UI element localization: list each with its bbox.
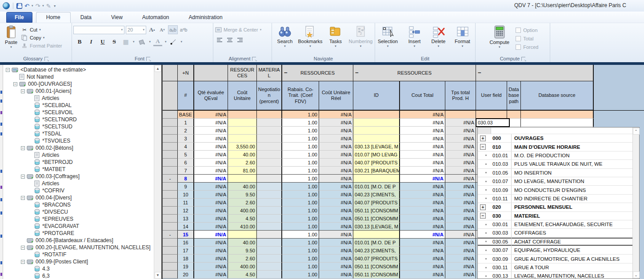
scroll-up-icon[interactable]: ▲	[155, 65, 161, 72]
row-number-cell[interactable]: 15	[178, 231, 194, 239]
rabais-cell[interactable]: 1.00	[282, 255, 319, 263]
qeval-cell[interactable]: #N/A	[194, 119, 228, 127]
cout-unitaire-cell[interactable]: 400.00	[228, 207, 257, 215]
tps-total-cell[interactable]: #N/A	[445, 239, 476, 247]
cout-total-cell[interactable]: #N/A	[400, 231, 445, 239]
row-indicator-cell[interactable]	[163, 111, 178, 119]
collapse-minus-icon[interactable]: −	[478, 143, 491, 151]
expand-plus-icon[interactable]: +	[478, 134, 491, 142]
delete-button[interactable]: Delete▾	[427, 24, 450, 49]
qeval-cell[interactable]: #N/A	[194, 199, 228, 207]
dropdown-item[interactable]: +020PERSONNEL MENSUEL	[478, 203, 632, 211]
cout-unitaire-cell[interactable]: 40.00	[228, 239, 257, 247]
tree-item[interactable]: Articles	[3, 95, 154, 102]
tps-total-cell[interactable]: #N/A	[445, 263, 476, 271]
tree-item[interactable]: −000.99-[Postes Client]	[3, 258, 154, 265]
numbering-button[interactable]: 12 Numbering▾	[348, 24, 373, 49]
cout-total-cell[interactable]: #N/A	[400, 263, 445, 271]
cout-unitaire-reel-cell[interactable]: #N/A	[319, 271, 353, 279]
tree-item[interactable]: −000.02-[Bétons]	[3, 144, 154, 151]
row-number-cell[interactable]: 1	[178, 119, 194, 127]
id-cell[interactable]: 050.11 [CONSOMM	[353, 207, 400, 215]
tree-item[interactable]: *SCELTNORD	[3, 116, 154, 123]
negotiation-cell[interactable]	[257, 207, 282, 215]
rabais-cell[interactable]: 1.00	[282, 143, 319, 151]
rabais-cell[interactable]: 1.00	[282, 111, 319, 119]
tree-item[interactable]: *TSVOILES	[3, 137, 154, 144]
cout-unitaire-reel-cell[interactable]: #N/A	[319, 239, 353, 247]
alignment-dialog-launcher-icon[interactable]	[252, 57, 256, 61]
cout-unitaire-cell[interactable]: 9.50	[228, 191, 257, 199]
column-header[interactable]: Tps total Prod. H	[445, 81, 476, 110]
redo-icon[interactable]: ↷	[35, 3, 40, 9]
cout-unitaire-cell[interactable]: 2.60	[228, 199, 257, 207]
undo-dropdown-icon[interactable]: ▾	[32, 4, 33, 8]
collapse-group-icon[interactable]: −	[355, 70, 359, 76]
database-source-cell[interactable]	[521, 111, 594, 119]
cout-total-cell[interactable]: #N/A	[400, 127, 445, 135]
row-indicator-cell[interactable]	[163, 263, 178, 271]
insert-button[interactable]: Insert▾	[403, 24, 426, 49]
cout-total-cell[interactable]: #N/A	[400, 143, 445, 151]
dropdown-scrollbar[interactable]: ⌃ ⌄	[632, 128, 639, 279]
tree-item[interactable]: Articles	[3, 151, 154, 159]
tps-total-cell[interactable]: #N/A	[445, 175, 476, 183]
row-number-cell[interactable]: 20	[178, 271, 194, 279]
tree-item[interactable]: Not Named	[3, 73, 154, 80]
dropdown-item[interactable]: 030.03COFFRAGES	[478, 229, 632, 237]
tasks-button[interactable]: Tasks▾	[324, 24, 347, 49]
dropdown-item[interactable]: +000OUVRAGES	[478, 134, 632, 143]
customize-quick-access-icon[interactable]: ▼	[53, 4, 56, 8]
dropdown-item[interactable]: 030.07EQUIPAGE, HYDRAULIQUE	[478, 246, 632, 255]
cout-total-cell[interactable]: #N/A	[400, 191, 445, 199]
database-source-cell[interactable]	[521, 119, 594, 127]
tab-home[interactable]: Home	[36, 12, 71, 23]
cout-unitaire-reel-cell[interactable]: #N/A	[319, 255, 353, 263]
cout-unitaire-reel-cell[interactable]: #N/A	[319, 191, 353, 199]
column-header[interactable]: ID	[353, 81, 400, 110]
rabais-cell[interactable]: 1.00	[282, 223, 319, 231]
id-cell[interactable]	[353, 135, 400, 143]
negotiation-cell[interactable]	[257, 231, 282, 239]
forced-checkbox[interactable]: Forced	[516, 43, 538, 51]
collapse-minus-icon[interactable]: −	[21, 196, 25, 200]
id-cell[interactable]: 050.11 [CONSOMM	[353, 263, 400, 271]
qeval-cell[interactable]: #N/A	[194, 127, 228, 135]
column-header[interactable]: Data base path	[507, 81, 521, 110]
borders-button[interactable]: ▦	[121, 37, 130, 46]
collapse-minus-icon[interactable]: −	[21, 246, 25, 250]
negotiation-cell[interactable]	[257, 111, 282, 119]
cout-unitaire-reel-cell[interactable]: #N/A	[319, 215, 353, 223]
collapse-group-icon[interactable]: −	[284, 70, 288, 76]
row-number-cell[interactable]: 10	[178, 191, 194, 199]
row-indicator-cell[interactable]	[163, 271, 178, 279]
row-indicator-cell[interactable]	[163, 159, 178, 167]
negotiation-cell[interactable]	[257, 263, 282, 271]
qeval-cell[interactable]: #N/A	[194, 247, 228, 255]
negotiation-cell[interactable]	[257, 143, 282, 151]
cout-unitaire-cell[interactable]: 81.00	[228, 167, 257, 175]
qeval-cell[interactable]: #N/A	[194, 143, 228, 151]
align-left-icon[interactable]	[216, 37, 223, 42]
column-header[interactable]: Cout Total	[400, 81, 445, 110]
rabais-cell[interactable]: 1.00	[282, 127, 319, 135]
tps-total-cell[interactable]: #N/A	[445, 255, 476, 263]
negotiation-cell[interactable]	[257, 127, 282, 135]
collapse-minus-icon[interactable]: −	[21, 260, 25, 264]
row-number-cell[interactable]: 4	[178, 143, 194, 151]
rabais-cell[interactable]: 1.00	[282, 247, 319, 255]
negotiation-cell[interactable]	[257, 215, 282, 223]
dropdown-item[interactable]: 030.11GRUE A TOUR	[478, 263, 632, 272]
tree-item[interactable]: −000.04-[Divers]	[3, 194, 154, 201]
cout-total-cell[interactable]: #N/A	[400, 183, 445, 191]
column-header[interactable]: Database source	[521, 81, 594, 110]
qeval-cell[interactable]: #N/A	[194, 231, 228, 239]
tps-total-cell[interactable]: #N/A	[445, 231, 476, 239]
negotiation-cell[interactable]	[257, 255, 282, 263]
cout-unitaire-cell[interactable]: 4.50	[228, 215, 257, 223]
format-button[interactable]: Format▾	[451, 24, 474, 49]
underline-button[interactable]: U	[98, 37, 107, 46]
tab-data[interactable]: Data	[71, 12, 101, 23]
font-color-dropdown-icon[interactable]: ▾	[165, 40, 167, 44]
qeval-cell[interactable]: #N/A	[194, 183, 228, 191]
